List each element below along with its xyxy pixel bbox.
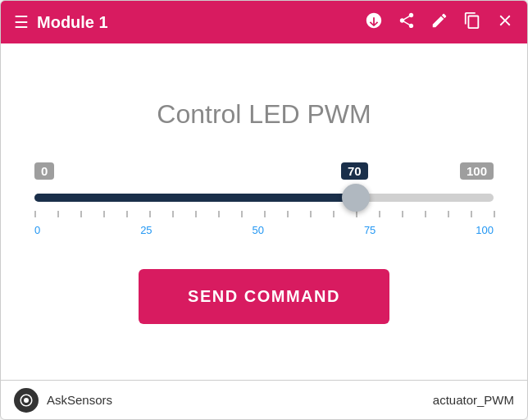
asksensors-logo <box>14 388 39 413</box>
slider-labels-top: 0 70 100 <box>34 162 494 180</box>
svg-point-0 <box>24 398 29 403</box>
page-title: Control LED PWM <box>157 99 371 130</box>
tick-label-25: 25 <box>140 224 152 236</box>
share-icon[interactable] <box>398 11 416 34</box>
filter-icon: ☰ <box>14 14 29 30</box>
slider-ticks <box>34 211 494 221</box>
header: ☰ Module 1 <box>1 1 527 43</box>
header-actions <box>365 11 514 34</box>
slider-track-container <box>34 186 494 209</box>
app-window: ☰ Module 1 Control LED PWM <box>0 0 528 420</box>
tick-label-75: 75 <box>364 224 376 236</box>
footer: AskSensors actuator_PWM <box>1 380 527 419</box>
tick-label-0: 0 <box>34 224 40 236</box>
footer-left: AskSensors <box>14 388 112 413</box>
send-command-button[interactable]: SEND COMMAND <box>139 269 389 324</box>
tick-label-50: 50 <box>253 224 264 236</box>
slider-numbers: 0 25 50 75 100 <box>34 224 494 236</box>
brand-name: AskSensors <box>47 393 112 407</box>
tick-label-100: 100 <box>476 224 494 236</box>
header-title: Module 1 <box>37 13 108 32</box>
header-left: ☰ Module 1 <box>14 13 365 32</box>
close-icon[interactable] <box>496 11 514 34</box>
main-content: Control LED PWM 0 70 100 0 25 50 <box>1 43 527 380</box>
module-id: actuator_PWM <box>433 393 514 407</box>
slider-max-label: 100 <box>460 162 494 180</box>
slider-value-label: 70 <box>341 162 368 180</box>
edit-icon[interactable] <box>430 11 448 34</box>
download-icon[interactable] <box>365 11 383 34</box>
slider-min-label: 0 <box>34 162 54 180</box>
slider-area: 0 70 100 0 25 50 75 100 <box>34 162 494 236</box>
copy-icon[interactable] <box>463 11 481 34</box>
